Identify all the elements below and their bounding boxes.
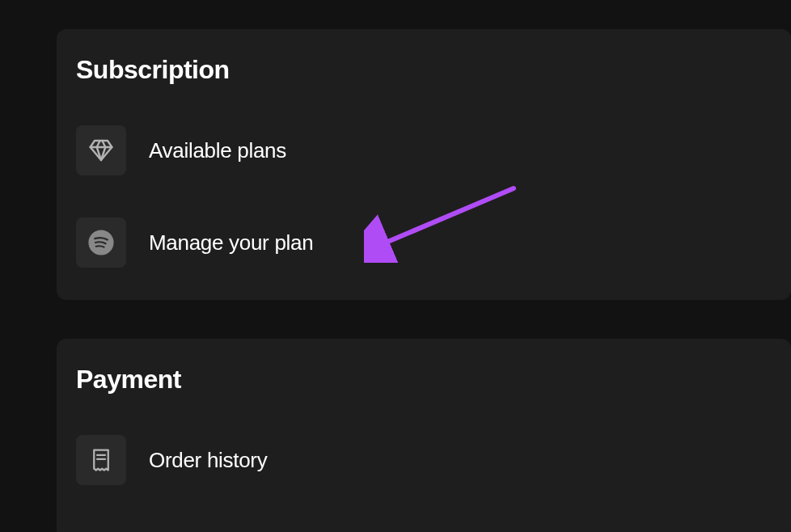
available-plans-item[interactable]: Available plans <box>76 119 772 182</box>
subscription-panel: Subscription Available plans Manage your… <box>57 29 791 300</box>
diamond-icon <box>76 125 126 175</box>
manage-your-plan-label: Manage your plan <box>149 230 313 255</box>
receipt-icon <box>76 435 126 485</box>
spotify-icon <box>76 217 126 268</box>
order-history-label: Order history <box>149 448 267 473</box>
payment-panel: Payment Order history <box>57 339 791 532</box>
subscription-title: Subscription <box>76 55 772 85</box>
manage-your-plan-item[interactable]: Manage your plan <box>76 211 772 274</box>
payment-title: Payment <box>76 365 772 395</box>
available-plans-label: Available plans <box>149 138 286 163</box>
order-history-item[interactable]: Order history <box>76 429 772 492</box>
